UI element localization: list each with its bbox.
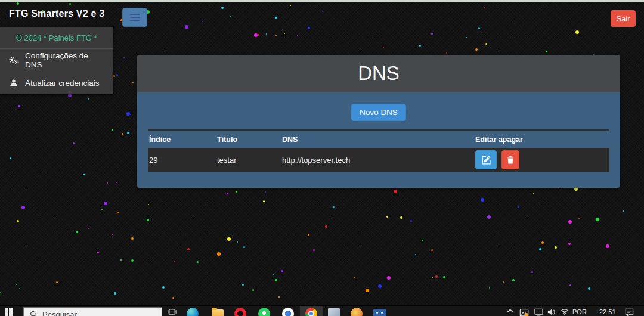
file-explorer-icon[interactable] (212, 309, 224, 316)
cell-index: 29 (149, 156, 217, 165)
top-strip (0, 0, 644, 2)
column-header-title: Título (217, 135, 282, 144)
user-icon (8, 79, 19, 87)
whatsapp-icon[interactable] (258, 308, 270, 316)
notification-badge (525, 313, 528, 316)
opera-icon[interactable] (234, 308, 246, 316)
copyright-text: © 2024 * Painéis FTG * (0, 27, 113, 49)
new-dns-button[interactable]: Novo DNS (351, 104, 406, 121)
sidebar: © 2024 * Painéis FTG * Configurações de … (0, 27, 113, 94)
task-view-icon[interactable] (168, 308, 177, 316)
dns-table: Índice Título DNS Editar apagar 29 testa… (148, 129, 609, 172)
chevron-up-icon[interactable] (507, 308, 513, 313)
search-input[interactable] (42, 310, 144, 316)
cell-dns: http://topserver.tech (282, 156, 475, 165)
column-header-index: Índice (149, 135, 217, 144)
dns-panel: DNS Novo DNS Índice Título DNS Editar ap… (137, 55, 620, 188)
sidebar-item-dns-config[interactable]: Configurações de DNS (0, 49, 113, 72)
notes-app-icon[interactable] (328, 308, 340, 316)
gears-icon (8, 56, 19, 65)
sidebar-toggle-button[interactable] (122, 8, 147, 27)
start-button[interactable] (5, 308, 13, 316)
brand-title: FTG Smarters V2 e 3 (9, 8, 104, 19)
clock[interactable]: 22:51 (599, 308, 616, 315)
sidebar-item-label: Configurações de DNS (25, 51, 105, 69)
panel-title: DNS (137, 55, 620, 92)
menu-icon (130, 17, 140, 18)
display-tray-icon[interactable] (534, 308, 543, 316)
edit-icon (482, 156, 491, 165)
table-header-row: Índice Título DNS Editar apagar (148, 131, 609, 148)
delete-button[interactable] (501, 150, 519, 169)
table-row: 29 testar http://topserver.tech (148, 148, 609, 172)
cell-actions (475, 150, 608, 169)
taskbar-search[interactable] (23, 307, 162, 316)
remote-desktop-icon[interactable] (373, 309, 386, 316)
sidebar-item-label: Atualizar credenciais (25, 79, 100, 88)
edit-button[interactable] (475, 150, 497, 169)
cell-title: testar (217, 156, 282, 165)
notification-center-icon[interactable] (625, 308, 634, 316)
column-header-dns: DNS (282, 135, 475, 144)
panel-body: Novo DNS Índice Título DNS Editar apagar… (137, 92, 620, 188)
sidebar-item-update-credentials[interactable]: Atualizar credenciais (0, 72, 113, 94)
desktop: FTG Smarters V2 e 3 Sair © 2024 * Painéi… (0, 0, 644, 316)
paint-icon[interactable] (351, 308, 363, 316)
column-header-actions: Editar apagar (475, 135, 608, 144)
language-indicator[interactable]: POR (572, 308, 587, 315)
wifi-icon[interactable] (561, 308, 569, 315)
search-icon (30, 311, 38, 316)
edge-icon[interactable] (187, 308, 199, 316)
photos-tray-icon[interactable] (519, 308, 529, 316)
chrome-icon[interactable] (305, 308, 317, 316)
trash-icon (507, 156, 514, 164)
anydesk-icon[interactable] (282, 308, 294, 316)
logout-button[interactable]: Sair (611, 10, 636, 27)
taskbar: POR 22:51 (0, 305, 644, 316)
volume-icon[interactable] (547, 308, 556, 316)
